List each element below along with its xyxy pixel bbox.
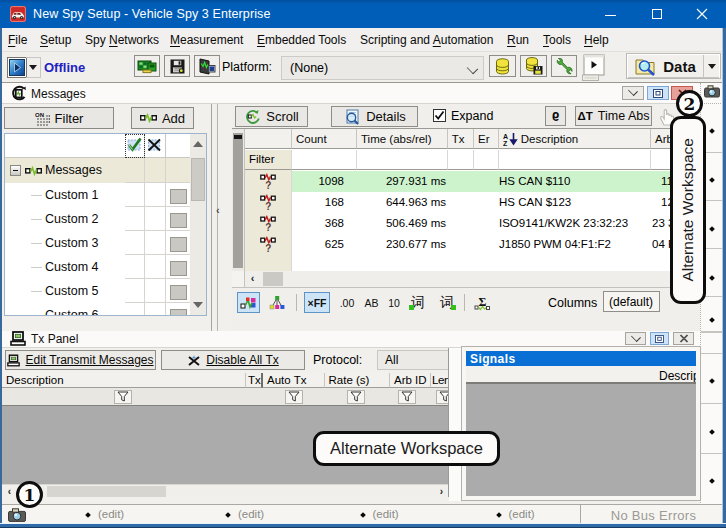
messages-vscroll-thumb[interactable] (233, 133, 243, 268)
workspace-tab-bullet[interactable] (709, 317, 715, 323)
menu-spy-networks[interactable]: Spy Networks (85, 33, 159, 47)
tree-collapse-box[interactable] (10, 165, 21, 176)
tree-item-options-button[interactable] (170, 261, 187, 277)
column-header-er[interactable]: Er (474, 129, 499, 149)
message-row-1[interactable]: ?1098297.931 msHS CAN $110110 (245, 171, 700, 192)
scroll-left-icon[interactable]: ‹ (3, 485, 16, 498)
workspace-tab-bullet[interactable] (709, 177, 715, 183)
tx-column-header-description[interactable]: Description (2, 373, 246, 388)
tx-dock-menu-button[interactable] (625, 332, 646, 345)
format-button-3[interactable]: AB (361, 292, 382, 313)
tree-item-options-button[interactable] (170, 213, 187, 229)
format-button-2[interactable]: .00 (336, 292, 358, 313)
time-abs-button[interactable]: ΔT Time Abs (575, 106, 652, 126)
tx-filter-funnel-1[interactable] (114, 390, 132, 404)
format-button-1[interactable]: ×FF (304, 292, 330, 313)
tree-row-custom-4[interactable]: Custom 4 (5, 255, 191, 279)
columns-select[interactable]: (default) (603, 291, 660, 312)
column-header-count[interactable]: Count (292, 129, 357, 149)
protocol-select[interactable]: All (377, 350, 449, 370)
alternate-workspace-tab[interactable]: Alternate Workspace (670, 116, 706, 304)
format-button-5[interactable]: 词 (406, 292, 430, 313)
tree-row-custom-5[interactable]: Custom 5 (5, 279, 191, 303)
format-button-6[interactable]: 词 (435, 292, 459, 313)
menu-embedded-tools[interactable]: Embedded Tools (257, 33, 346, 47)
menu-measurement[interactable]: Measurement (170, 33, 243, 47)
tree-item-options-button[interactable] (170, 285, 187, 301)
column-header-time-abs-rel-[interactable]: Time (abs/rel) (357, 129, 448, 149)
splitter-collapse-handle[interactable]: ‹ (216, 203, 226, 217)
tx-filter-funnel-3[interactable] (347, 390, 365, 404)
tree-scrollbar-thumb[interactable] (191, 158, 205, 201)
hardware-setup-button[interactable] (134, 55, 160, 77)
tree-header-exclude-all[interactable] (145, 134, 166, 158)
edit-transmit-messages-button[interactable]: Edit Transmit Messages (5, 350, 156, 370)
messages-vertical-scrollbar[interactable] (232, 129, 245, 275)
start-monitoring-button[interactable] (7, 57, 27, 78)
tx-signals-splitter[interactable] (449, 348, 461, 501)
database-button[interactable] (489, 55, 516, 77)
scroll-down-icon[interactable] (193, 302, 203, 308)
messages-hscroll-thumb[interactable] (263, 272, 283, 286)
filter-cell[interactable] (474, 150, 499, 171)
minimize-button[interactable] (593, 0, 627, 28)
save-button[interactable] (164, 55, 190, 77)
menu-help[interactable]: Help (584, 33, 609, 47)
scroll-button[interactable]: Scroll (235, 106, 308, 127)
maximize-button[interactable] (640, 0, 674, 28)
tx-column-header-arb-id[interactable]: Arb ID (390, 373, 431, 388)
add-message-button[interactable]: Add (131, 107, 194, 129)
tree-item-options-button[interactable] (170, 309, 187, 316)
data-options-dropdown[interactable] (704, 53, 721, 79)
tx-hscroll-thumb[interactable] (47, 486, 166, 497)
tree-item-options-button[interactable] (170, 189, 187, 205)
messages-dock-menu-button[interactable] (622, 86, 644, 100)
tree-item-options-button[interactable] (170, 237, 187, 253)
save-database-button[interactable] (520, 55, 547, 77)
tree-row-messages-root[interactable]: Messages (5, 158, 191, 183)
menu-run[interactable]: Run (507, 33, 529, 47)
disable-all-tx-button[interactable]: Disable All Tx (161, 350, 305, 370)
filter-cell[interactable] (292, 150, 357, 171)
scroll-up-icon[interactable] (193, 141, 203, 147)
platform-select[interactable]: (None) (281, 56, 484, 80)
tx-column-header-tx[interactable]: Tx (246, 373, 263, 388)
format-tree-view-button[interactable] (266, 292, 289, 313)
menu-tools[interactable]: Tools (543, 33, 571, 47)
tx-column-header-auto-tx[interactable]: Auto Tx (263, 373, 325, 388)
workspace-tab-bullet[interactable] (709, 378, 715, 384)
expand-checkbox[interactable] (433, 109, 446, 122)
filter-cell[interactable] (448, 150, 474, 171)
tx-filter-funnel-2[interactable] (285, 390, 303, 404)
statistics-button[interactable]: Σ (470, 292, 494, 313)
message-row-2[interactable]: ?168644.963 msHS CAN $123123 (245, 192, 700, 213)
workspace-tab-bullet[interactable] (709, 226, 715, 232)
function-blocks-button[interactable] (582, 54, 606, 81)
start-options-dropdown[interactable] (26, 57, 41, 78)
column-header-description[interactable]: A Z Description (499, 129, 651, 149)
menu-file[interactable]: File (8, 33, 27, 47)
message-row-4[interactable]: ?625230.677 msJ1850 PWM 04:F1:F204 F (245, 234, 700, 255)
camera-icon[interactable] (8, 508, 26, 522)
status-edit-label[interactable]: (edit) (373, 508, 399, 520)
tree-row-custom-3[interactable]: Custom 3 (5, 231, 191, 255)
workspace-tab-bullet[interactable] (709, 478, 715, 484)
status-edit-label[interactable]: (edit) (98, 508, 124, 520)
nine-button[interactable]: 9 (545, 106, 566, 126)
filter-button[interactable]: ON Filter (4, 107, 114, 129)
menu-scripting-and-automation[interactable]: Scripting and Automation (360, 33, 493, 47)
workspace-tab-bullet[interactable] (709, 128, 715, 134)
messages-horizontal-scrollbar[interactable]: ‹ (232, 271, 700, 288)
message-row-3[interactable]: ?368506.469 msISO9141/KW2K 23:32:2323 3 (245, 213, 700, 234)
tree-row-custom-1[interactable]: Custom 1 (5, 183, 191, 207)
details-button[interactable]: Details (331, 106, 418, 127)
menu-setup[interactable]: Setup (40, 33, 71, 47)
tools-button[interactable] (551, 55, 577, 77)
camera-icon[interactable] (704, 85, 720, 98)
tx-dock-close-button[interactable] (673, 332, 694, 345)
messages-dock-restore-button[interactable] (647, 86, 669, 100)
tx-filter-funnel-4[interactable] (398, 390, 416, 404)
status-edit-label[interactable]: (edit) (509, 508, 535, 520)
tree-header-include-all[interactable] (125, 134, 145, 158)
column-header-tx[interactable]: Tx (448, 129, 474, 149)
